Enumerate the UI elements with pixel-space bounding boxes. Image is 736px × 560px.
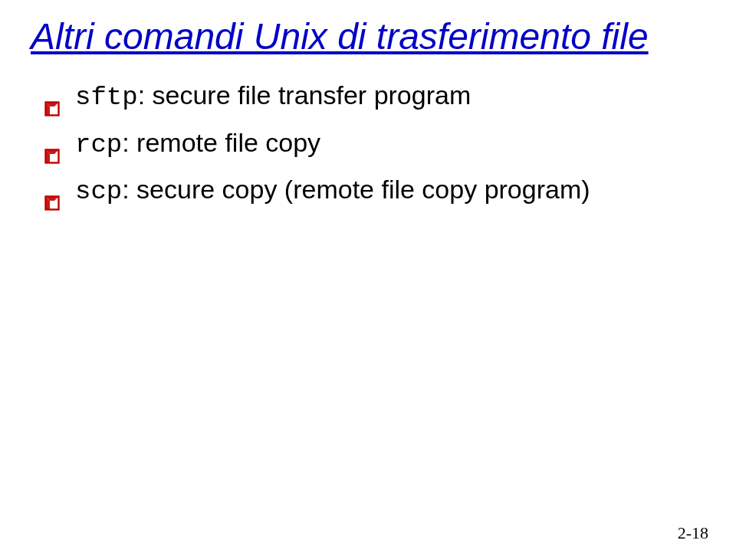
list-item: sftp: secure file transfer program: [44, 75, 705, 118]
list-item: scp: secure copy (remote file copy progr…: [44, 169, 705, 212]
command-name: scp: [75, 177, 122, 206]
page-number: 2-18: [678, 523, 708, 543]
slide-title: Altri comandi Unix di trasferimento file: [31, 14, 705, 60]
command-desc: : secure copy (remote file copy program): [122, 175, 590, 204]
command-name: sftp: [75, 83, 138, 112]
command-name: rcp: [75, 130, 122, 159]
list-item: rcp: remote file copy: [44, 123, 705, 165]
command-desc: : secure file transfer program: [138, 80, 472, 110]
square-bullet-icon: [44, 87, 60, 103]
bullet-list: sftp: secure file transfer program rcp: …: [31, 75, 705, 212]
square-bullet-icon: [44, 135, 60, 150]
square-bullet-icon: [44, 182, 60, 197]
slide: Altri comandi Unix di trasferimento file…: [0, 0, 736, 560]
command-desc: : remote file copy: [122, 128, 320, 157]
